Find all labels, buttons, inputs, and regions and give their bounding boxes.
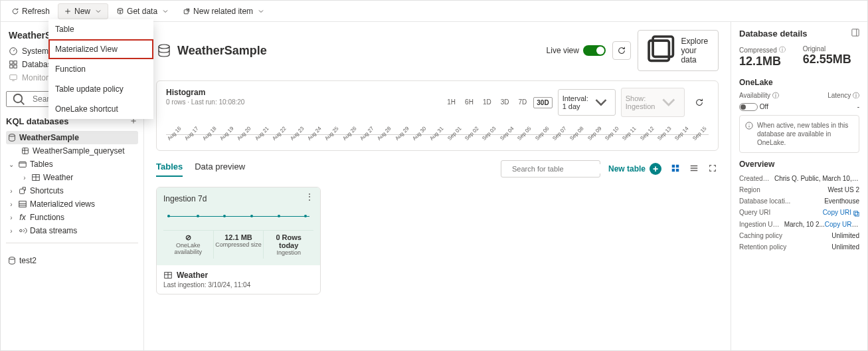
histogram-axis: Aug 16Aug 17Aug 18Aug 19Aug 20Aug 21Aug …: [166, 134, 709, 144]
table-icon: [163, 271, 173, 280]
svg-rect-4: [14, 61, 17, 64]
axis-tick: Sep 11: [621, 125, 638, 142]
info-icon[interactable]: ⓘ: [772, 92, 779, 99]
tree-matviews-label: Materialized views: [30, 199, 95, 209]
svg-rect-10: [23, 148, 29, 154]
get-data-button[interactable]: Get data: [111, 4, 175, 19]
data-in-icon: [116, 7, 124, 15]
grid-view-button[interactable]: [669, 162, 681, 176]
range-1h-button[interactable]: 1H: [444, 97, 458, 108]
tree-db-test2[interactable]: test2: [6, 254, 138, 267]
copy-icon[interactable]: [853, 210, 859, 217]
axis-tick: Sep 10: [604, 125, 620, 142]
range-7d-button[interactable]: 7D: [515, 97, 529, 108]
range-1d-button[interactable]: 1D: [480, 97, 494, 108]
tree-shortcuts-label: Shortcuts: [30, 186, 64, 195]
svg-rect-11: [19, 162, 27, 168]
database-tree: WeatherSample WeatherSample_queryset ⌄ T…: [6, 131, 138, 237]
refresh-label: Refresh: [22, 7, 50, 16]
details-panel: Database details Compressedⓘ 12.1MB Orig…: [731, 22, 867, 350]
tab-data-preview[interactable]: Data preview: [195, 162, 245, 177]
range-3d-button[interactable]: 3D: [498, 97, 512, 108]
card-more-button[interactable]: ⋮: [305, 191, 315, 202]
new-table-button[interactable]: New table +: [608, 163, 661, 175]
gauge-icon: [9, 47, 18, 56]
tab-tables[interactable]: Tables: [156, 162, 183, 177]
tree-functions[interactable]: › fx Functions: [6, 211, 138, 224]
tree-shortcuts[interactable]: › Shortcuts: [6, 184, 138, 197]
refresh-main-button[interactable]: [612, 41, 631, 60]
copy-uri-link[interactable]: Copy URI: [825, 221, 859, 228]
axis-tick: Aug 18: [201, 125, 218, 142]
svg-rect-14: [19, 201, 27, 207]
list-view-button[interactable]: [688, 162, 700, 176]
explore-icon: [645, 35, 677, 66]
svg-point-9: [9, 134, 15, 137]
chevron-down-icon: [161, 7, 169, 15]
histogram-refresh-button[interactable]: [690, 93, 709, 112]
refresh-icon: [695, 98, 704, 107]
original-label: Original: [803, 45, 851, 53]
availability-toggle[interactable]: Off: [739, 103, 768, 111]
svg-rect-29: [855, 212, 859, 216]
search-icon: [11, 91, 27, 108]
table-search[interactable]: [501, 160, 600, 177]
grid-icon: [671, 164, 680, 173]
function-icon: fx: [18, 213, 27, 222]
tree-db-weathersample[interactable]: WeatherSample: [6, 131, 138, 144]
info-icon[interactable]: ⓘ: [779, 45, 786, 55]
tables-tabs: Tables Data preview: [156, 162, 245, 177]
overview-created-by-v: Chris Q. Public, March 10, 1...: [774, 175, 859, 182]
chevron-right-icon: ›: [7, 201, 15, 208]
info-icon[interactable]: ⓘ: [853, 92, 859, 99]
live-view-toggle[interactable]: Live view: [547, 45, 606, 56]
axis-tick: Sep 02: [464, 125, 480, 142]
tree-queryset[interactable]: WeatherSample_queryset: [6, 144, 138, 158]
svg-point-8: [14, 94, 23, 102]
new-related-button[interactable]: New related item: [177, 4, 270, 19]
tree-queryset-label: WeatherSample_queryset: [33, 146, 125, 156]
menu-item-table[interactable]: Table: [48, 19, 153, 39]
axis-tick: Sep 07: [551, 125, 568, 142]
overview-retention-k: Retention policy: [739, 243, 786, 251]
tree-mat-views[interactable]: › Materialized views: [6, 197, 138, 211]
fullscreen-button[interactable]: [707, 162, 719, 176]
menu-item-materialized-view[interactable]: Materialized View: [48, 39, 153, 59]
range-30d-button[interactable]: 30D: [533, 97, 552, 108]
size-compressed: Compressedⓘ 12.1MB: [739, 45, 786, 68]
range-6h-button[interactable]: 6H: [462, 97, 476, 108]
axis-tick: Sep 06: [534, 125, 551, 142]
tree-tables-group[interactable]: ⌄ Tables: [6, 158, 138, 171]
svg-point-15: [20, 229, 23, 232]
explore-data-button[interactable]: Explore your data: [638, 30, 719, 71]
details-expand-button[interactable]: [851, 29, 859, 39]
chevron-right-icon: ›: [7, 187, 15, 195]
svg-point-16: [9, 257, 15, 260]
svg-rect-28: [854, 211, 858, 215]
tree-datastreams-label: Data streams: [30, 226, 77, 235]
get-data-label: Get data: [127, 7, 157, 16]
overview-ingestion-url-k: Ingestion URL: [739, 221, 780, 228]
interval-dropdown[interactable]: Interval: 1 day: [558, 89, 616, 116]
stat-label: OneLake availability: [165, 242, 212, 255]
list-icon: [689, 164, 699, 173]
copy-uri-link[interactable]: Copy URI: [823, 209, 851, 216]
menu-item-table-update-policy[interactable]: Table update policy: [48, 79, 153, 99]
new-button[interactable]: New: [58, 3, 108, 19]
overview-location-k: Database locati...: [739, 197, 790, 205]
tree-db-label: WeatherSample: [19, 133, 79, 142]
onelake-heading: OneLake: [739, 78, 859, 87]
stat-compressed: 12.1 MB Compressed size: [213, 231, 264, 259]
axis-tick: Sep 14: [673, 125, 690, 142]
tree-table-weather[interactable]: › Weather: [6, 171, 138, 184]
table-card-weather[interactable]: ⋮ Ingestion 7d: [156, 187, 321, 294]
latency-value: -: [857, 103, 859, 111]
show-ingestion-dropdown[interactable]: Show: Ingestion: [621, 88, 685, 117]
table-search-input[interactable]: [511, 164, 605, 174]
menu-item-onelake-shortcut[interactable]: OneLake shortcut: [48, 99, 153, 119]
refresh-button[interactable]: Refresh: [6, 4, 55, 19]
banner-text: When active, new tables in this database…: [757, 121, 853, 147]
menu-item-function[interactable]: Function: [48, 59, 153, 79]
axis-tick: Aug 21: [254, 125, 270, 142]
tree-data-streams[interactable]: › Data streams: [6, 224, 138, 237]
